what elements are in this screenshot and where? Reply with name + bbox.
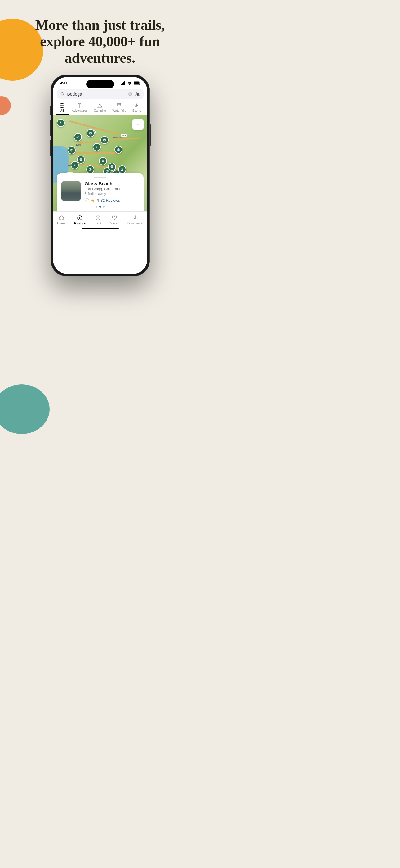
- map-cluster-pin[interactable]: 2: [118, 165, 126, 174]
- nav-home[interactable]: Home: [55, 214, 68, 226]
- scenic-icon: [134, 103, 139, 108]
- svg-point-15: [136, 92, 137, 93]
- place-distance: 3.4miles away: [85, 192, 139, 195]
- rating-score: 4: [97, 198, 99, 203]
- svg-marker-31: [137, 124, 139, 126]
- tab-waterfalls-label: Waterfalls: [112, 109, 126, 113]
- compass-icon: [135, 122, 140, 127]
- search-bar[interactable]: [57, 89, 143, 99]
- map-pin[interactable]: [87, 129, 95, 137]
- svg-marker-30: [137, 123, 139, 124]
- power-button: [150, 124, 151, 146]
- home-indicator: [81, 228, 119, 229]
- search-input[interactable]: [67, 92, 126, 97]
- home-icon: [58, 215, 65, 221]
- pagination-dot-1: [96, 206, 97, 208]
- nav-saves[interactable]: Saves: [108, 214, 122, 226]
- explore-icon: [76, 215, 83, 221]
- place-card[interactable]: Glass Beach Fort Bragg, California 3.4mi…: [57, 173, 143, 211]
- tab-camping-label: Camping: [94, 109, 106, 113]
- clear-icon[interactable]: [128, 92, 132, 96]
- volume-up-button: [49, 120, 51, 136]
- place-info: Glass Beach Fort Bragg, California 3.4mi…: [85, 181, 139, 203]
- map-pin[interactable]: [114, 146, 123, 154]
- star-icon: ★: [91, 198, 95, 203]
- svg-rect-5: [134, 82, 139, 85]
- map-view[interactable]: Korb Glendale Arcata Sunny Bra 200 299 2…: [53, 115, 147, 211]
- svg-point-51: [79, 217, 80, 219]
- map-pin[interactable]: [108, 163, 116, 171]
- phone-outer-frame: 9:41: [51, 74, 150, 276]
- map-pin[interactable]: [68, 146, 76, 154]
- svg-rect-0: [121, 84, 122, 85]
- place-rating: ♡ ★ 4 32 Reviews: [85, 197, 139, 203]
- tab-all[interactable]: All: [56, 101, 69, 115]
- pagination-dots: [61, 206, 139, 208]
- headline-text: More than just trails, explore 40,000+ f…: [9, 17, 191, 66]
- svg-rect-1: [122, 83, 123, 85]
- tab-camping[interactable]: Camping: [91, 101, 109, 115]
- mute-button: [49, 105, 51, 116]
- place-card-content: Glass Beach Fort Bragg, California 3.4mi…: [61, 181, 139, 203]
- svg-line-8: [63, 95, 65, 96]
- nav-downloads[interactable]: Downloads: [125, 214, 145, 226]
- map-pin[interactable]: [86, 165, 94, 174]
- place-thumbnail: [61, 181, 81, 201]
- volume-down-button: [49, 140, 51, 156]
- nav-downloads-label: Downloads: [128, 222, 143, 225]
- svg-rect-6: [140, 83, 140, 84]
- nav-explore-label: Explore: [74, 222, 86, 225]
- bottom-nav: Home Explore Track: [53, 211, 147, 227]
- tab-adventures-label: Adventures: [72, 109, 88, 113]
- place-name: Glass Beach: [85, 181, 139, 186]
- nav-track[interactable]: Track: [92, 214, 104, 226]
- adventures-icon: [77, 103, 82, 108]
- svg-point-17: [136, 95, 137, 96]
- map-cluster-pin[interactable]: 2: [71, 161, 79, 169]
- tab-scenic[interactable]: Scenic: [129, 101, 144, 115]
- camping-icon: [97, 103, 103, 108]
- category-tabs: All Adventures Camping: [53, 99, 147, 115]
- heart-icon[interactable]: ♡: [85, 197, 89, 203]
- blob-teal-decoration: [0, 384, 49, 434]
- map-pin[interactable]: [99, 157, 107, 165]
- search-icon: [61, 92, 65, 96]
- pagination-dot-2: [99, 206, 101, 208]
- map-cluster-pin[interactable]: 2: [93, 143, 101, 151]
- place-location: Fort Bragg, California: [85, 187, 139, 191]
- signal-icon: [121, 81, 126, 85]
- tab-waterfalls[interactable]: Waterfalls: [109, 101, 129, 115]
- svg-rect-25: [118, 103, 121, 106]
- svg-point-54: [98, 218, 98, 218]
- nav-saves-label: Saves: [110, 222, 119, 225]
- drag-handle: [94, 177, 106, 178]
- nav-track-label: Track: [94, 222, 102, 225]
- track-icon: [95, 215, 101, 221]
- phone-mockup: 9:41: [51, 74, 150, 276]
- blob-orange-small-decoration: [0, 96, 11, 115]
- tab-all-label: All: [61, 109, 64, 113]
- tab-adventures[interactable]: Adventures: [69, 101, 91, 115]
- map-pin[interactable]: [74, 133, 82, 141]
- map-pin[interactable]: [57, 119, 65, 127]
- headline-section: More than just trails, explore 40,000+ f…: [0, 17, 200, 66]
- battery-icon: [134, 81, 140, 85]
- tab-scenic-label: Scenic: [132, 109, 141, 113]
- nav-explore[interactable]: Explore: [72, 214, 88, 226]
- svg-point-16: [137, 93, 139, 95]
- wifi-icon: [127, 81, 132, 85]
- pagination-dot-3: [103, 206, 105, 208]
- status-time: 9:41: [60, 81, 68, 85]
- phone-screen: 9:41: [53, 77, 147, 274]
- map-pin[interactable]: [100, 136, 108, 144]
- filter-icon[interactable]: [135, 92, 140, 96]
- map-pin[interactable]: [77, 156, 85, 164]
- nav-home-label: Home: [57, 222, 65, 225]
- review-link[interactable]: 32 Reviews: [101, 198, 120, 203]
- svg-rect-3: [124, 81, 125, 85]
- compass-button[interactable]: [132, 119, 143, 130]
- waterfalls-icon: [116, 103, 122, 108]
- dynamic-island: [86, 80, 114, 88]
- svg-rect-26: [118, 103, 121, 104]
- saves-icon: [111, 215, 118, 221]
